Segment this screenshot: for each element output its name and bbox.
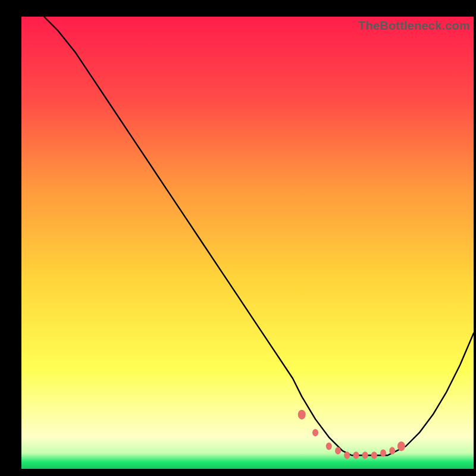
marker-dot [326,443,332,450]
marker-dot [344,452,350,459]
marker-dot [362,452,368,459]
marker-dot [389,447,395,455]
watermark-text: TheBottleneck.com [358,19,470,33]
marker-dot [353,452,359,459]
marker-dot [312,429,318,437]
marker-dot [397,441,405,451]
chart-frame: TheBottleneck.com [21,17,474,469]
bottleneck-chart [21,17,474,469]
marker-dot [380,449,386,457]
marker-dot [335,447,341,455]
gradient-background [21,17,474,469]
marker-dot [371,452,377,459]
marker-dot [298,410,306,419]
